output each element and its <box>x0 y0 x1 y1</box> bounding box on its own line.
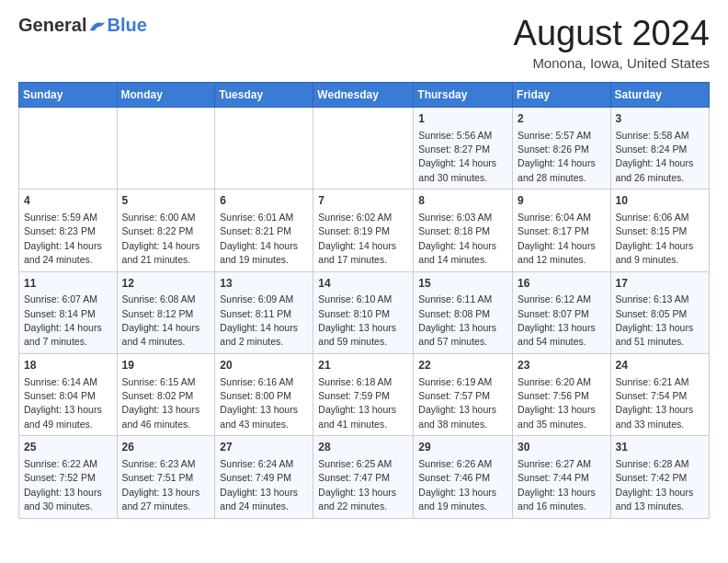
logo: General Blue <box>18 15 147 36</box>
day-number: 7 <box>318 193 408 209</box>
day-number: 23 <box>518 358 606 373</box>
day-info-text: Sunrise: 6:07 AMSunset: 8:14 PMDaylight:… <box>24 293 102 347</box>
day-cell: 21Sunrise: 6:18 AMSunset: 7:59 PMDayligh… <box>313 353 414 435</box>
day-cell: 15Sunrise: 6:11 AMSunset: 8:08 PMDayligh… <box>414 271 513 353</box>
day-cell: 14Sunrise: 6:10 AMSunset: 8:10 PMDayligh… <box>313 271 414 353</box>
day-cell <box>215 107 313 189</box>
week-row-5: 25Sunrise: 6:22 AMSunset: 7:52 PMDayligh… <box>19 436 710 518</box>
day-info-text: Sunrise: 6:24 AMSunset: 7:49 PMDaylight:… <box>220 458 298 511</box>
day-info-text: Sunrise: 6:21 AMSunset: 7:54 PMDaylight:… <box>616 376 694 430</box>
day-info-text: Sunrise: 6:03 AMSunset: 8:18 PMDaylight:… <box>418 212 496 265</box>
day-number: 28 <box>318 440 408 455</box>
day-info-text: Sunrise: 6:08 AMSunset: 8:12 PMDaylight:… <box>122 293 200 347</box>
day-number: 21 <box>318 358 408 373</box>
day-number: 3 <box>616 111 704 127</box>
day-header-thursday: Thursday <box>414 82 513 107</box>
day-info-text: Sunrise: 6:01 AMSunset: 8:21 PMDaylight:… <box>220 212 298 265</box>
day-info-text: Sunrise: 6:26 AMSunset: 7:46 PMDaylight:… <box>418 458 496 511</box>
day-info-text: Sunrise: 6:11 AMSunset: 8:08 PMDaylight:… <box>418 293 496 347</box>
week-row-4: 18Sunrise: 6:14 AMSunset: 8:04 PMDayligh… <box>19 353 710 435</box>
title-block: August 2024 Monona, Iowa, United States <box>514 15 710 71</box>
day-number: 16 <box>518 276 606 292</box>
day-cell: 12Sunrise: 6:08 AMSunset: 8:12 PMDayligh… <box>117 271 215 353</box>
day-header-wednesday: Wednesday <box>313 82 414 107</box>
day-number: 5 <box>122 193 210 209</box>
day-number: 14 <box>318 276 408 292</box>
day-info-text: Sunrise: 6:25 AMSunset: 7:47 PMDaylight:… <box>318 458 396 511</box>
day-info-text: Sunrise: 5:56 AMSunset: 8:27 PMDaylight:… <box>418 130 496 183</box>
calendar-title: August 2024 <box>514 15 710 53</box>
day-number: 20 <box>220 358 308 373</box>
day-number: 18 <box>24 358 112 373</box>
day-number: 15 <box>418 276 507 292</box>
day-info-text: Sunrise: 6:12 AMSunset: 8:07 PMDaylight:… <box>518 293 596 347</box>
day-cell: 11Sunrise: 6:07 AMSunset: 8:14 PMDayligh… <box>19 271 118 353</box>
day-info-text: Sunrise: 6:27 AMSunset: 7:44 PMDaylight:… <box>518 458 596 511</box>
day-info-text: Sunrise: 6:00 AMSunset: 8:22 PMDaylight:… <box>122 212 200 265</box>
day-cell: 4Sunrise: 5:59 AMSunset: 8:23 PMDaylight… <box>19 190 118 271</box>
day-number: 24 <box>616 358 704 373</box>
week-row-3: 11Sunrise: 6:07 AMSunset: 8:14 PMDayligh… <box>19 271 710 353</box>
logo-general-text: General <box>18 15 86 36</box>
day-cell <box>117 107 215 189</box>
day-header-monday: Monday <box>117 82 215 107</box>
logo-bird-icon <box>88 17 107 36</box>
day-number: 12 <box>122 276 210 292</box>
day-number: 31 <box>616 440 704 455</box>
day-info-text: Sunrise: 5:59 AMSunset: 8:23 PMDaylight:… <box>24 212 102 265</box>
day-cell: 3Sunrise: 5:58 AMSunset: 8:24 PMDaylight… <box>610 107 709 189</box>
day-cell: 20Sunrise: 6:16 AMSunset: 8:00 PMDayligh… <box>215 353 313 435</box>
day-cell: 28Sunrise: 6:25 AMSunset: 7:47 PMDayligh… <box>313 436 414 518</box>
header: General Blue August 2024 Monona, Iowa, U… <box>18 15 710 71</box>
week-row-1: 1Sunrise: 5:56 AMSunset: 8:27 PMDaylight… <box>19 107 710 189</box>
day-cell: 1Sunrise: 5:56 AMSunset: 8:27 PMDaylight… <box>414 107 513 189</box>
day-info-text: Sunrise: 6:16 AMSunset: 8:00 PMDaylight:… <box>220 376 298 430</box>
day-header-friday: Friday <box>513 82 611 107</box>
day-number: 25 <box>24 440 112 455</box>
day-info-text: Sunrise: 6:19 AMSunset: 7:57 PMDaylight:… <box>418 376 496 430</box>
day-cell: 13Sunrise: 6:09 AMSunset: 8:11 PMDayligh… <box>215 271 313 353</box>
day-info-text: Sunrise: 6:04 AMSunset: 8:17 PMDaylight:… <box>518 212 596 265</box>
day-info-text: Sunrise: 6:15 AMSunset: 8:02 PMDaylight:… <box>122 376 200 430</box>
day-cell: 29Sunrise: 6:26 AMSunset: 7:46 PMDayligh… <box>414 436 513 518</box>
day-cell: 26Sunrise: 6:23 AMSunset: 7:51 PMDayligh… <box>117 436 215 518</box>
day-info-text: Sunrise: 6:09 AMSunset: 8:11 PMDaylight:… <box>220 293 298 347</box>
day-info-text: Sunrise: 6:28 AMSunset: 7:42 PMDaylight:… <box>616 458 694 511</box>
day-cell <box>19 107 118 189</box>
calendar-subtitle: Monona, Iowa, United States <box>514 55 710 71</box>
day-number: 2 <box>518 111 606 127</box>
day-number: 6 <box>220 193 308 209</box>
calendar-table: SundayMondayTuesdayWednesdayThursdayFrid… <box>18 82 710 519</box>
day-number: 8 <box>418 193 507 209</box>
day-number: 26 <box>122 440 210 455</box>
day-cell: 8Sunrise: 6:03 AMSunset: 8:18 PMDaylight… <box>414 190 513 271</box>
day-cell: 10Sunrise: 6:06 AMSunset: 8:15 PMDayligh… <box>610 190 709 271</box>
day-number: 4 <box>24 193 112 209</box>
day-cell: 16Sunrise: 6:12 AMSunset: 8:07 PMDayligh… <box>513 271 611 353</box>
days-header-row: SundayMondayTuesdayWednesdayThursdayFrid… <box>19 82 710 107</box>
day-cell: 6Sunrise: 6:01 AMSunset: 8:21 PMDaylight… <box>215 190 313 271</box>
calendar-page: General Blue August 2024 Monona, Iowa, U… <box>0 0 728 534</box>
day-cell: 24Sunrise: 6:21 AMSunset: 7:54 PMDayligh… <box>610 353 709 435</box>
day-cell: 23Sunrise: 6:20 AMSunset: 7:56 PMDayligh… <box>513 353 611 435</box>
day-header-tuesday: Tuesday <box>215 82 313 107</box>
day-info-text: Sunrise: 6:23 AMSunset: 7:51 PMDaylight:… <box>122 458 200 511</box>
day-info-text: Sunrise: 5:58 AMSunset: 8:24 PMDaylight:… <box>616 130 694 183</box>
day-cell: 18Sunrise: 6:14 AMSunset: 8:04 PMDayligh… <box>19 353 118 435</box>
day-number: 29 <box>418 440 507 455</box>
day-info-text: Sunrise: 6:02 AMSunset: 8:19 PMDaylight:… <box>318 212 396 265</box>
day-cell: 7Sunrise: 6:02 AMSunset: 8:19 PMDaylight… <box>313 190 414 271</box>
day-header-sunday: Sunday <box>19 82 118 107</box>
day-number: 22 <box>418 358 507 373</box>
day-info-text: Sunrise: 5:57 AMSunset: 8:26 PMDaylight:… <box>518 130 596 183</box>
day-cell: 22Sunrise: 6:19 AMSunset: 7:57 PMDayligh… <box>414 353 513 435</box>
day-number: 30 <box>518 440 606 455</box>
day-info-text: Sunrise: 6:06 AMSunset: 8:15 PMDaylight:… <box>616 212 694 265</box>
day-cell: 30Sunrise: 6:27 AMSunset: 7:44 PMDayligh… <box>513 436 611 518</box>
day-number: 19 <box>122 358 210 373</box>
day-info-text: Sunrise: 6:18 AMSunset: 7:59 PMDaylight:… <box>318 376 396 430</box>
day-info-text: Sunrise: 6:20 AMSunset: 7:56 PMDaylight:… <box>518 376 596 430</box>
day-cell: 19Sunrise: 6:15 AMSunset: 8:02 PMDayligh… <box>117 353 215 435</box>
day-cell: 25Sunrise: 6:22 AMSunset: 7:52 PMDayligh… <box>19 436 118 518</box>
day-number: 13 <box>220 276 308 292</box>
